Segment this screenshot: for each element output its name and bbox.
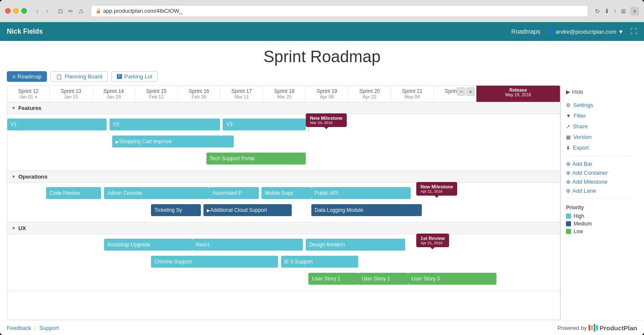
add-container-button[interactable]: ⊕ Add Container xyxy=(566,170,632,176)
lane-toggle-operations[interactable]: ▼ xyxy=(12,174,16,179)
sprint-header: Sprint 12Jan 01Sprint 13Jan 15Sprint 14J… xyxy=(7,86,560,102)
feedback-link[interactable]: Feedback xyxy=(7,325,31,331)
powered-by-text: Powered by xyxy=(557,325,587,331)
user-menu[interactable]: 👤 andre@productplan.com ▼ xyxy=(547,29,624,35)
lane-row: Bootstrap UpgradeReactDesign Iteration1s… xyxy=(7,237,560,252)
planning-tab-icon: 📋 xyxy=(56,74,62,80)
support-link[interactable]: Support xyxy=(39,325,59,331)
footer-separator: | xyxy=(35,325,36,331)
bar-data-logging-module[interactable]: Data Logging Module xyxy=(311,204,422,216)
browser-actions: ↻ ⬇ ↑ ⊞ + xyxy=(595,7,639,15)
maximize-button[interactable] xyxy=(21,8,27,14)
bar-ticketing-sy[interactable]: Ticketing Sy xyxy=(151,204,201,216)
browser-extra-icons: ⊡ ✏ ⚠ xyxy=(58,8,84,14)
sprint-col-3: Sprint 15Feb 12 xyxy=(135,86,178,102)
url-bar[interactable]: 🔒 app.productplan.com/4IbCIOW_ xyxy=(91,5,588,17)
lane-toggle-ux[interactable]: ▼ xyxy=(12,226,16,231)
bar-ie-6-support[interactable]: IE 6 Support xyxy=(281,256,358,268)
refresh-icon[interactable]: ↻ xyxy=(595,8,600,14)
panel-divider-1 xyxy=(566,156,632,156)
share-item[interactable]: ↗ Share xyxy=(566,122,632,130)
close-button[interactable] xyxy=(5,8,11,14)
hide-panel-button[interactable]: ▶ Hide xyxy=(566,89,632,95)
filter-item[interactable]: ▼ Filter xyxy=(566,112,632,120)
plus-icon-2: ⊕ xyxy=(566,170,571,176)
sprint-col-5: Sprint 17Mar 11 xyxy=(220,86,263,102)
share-icon[interactable]: ↑ xyxy=(614,8,617,14)
timeline-container: − + Sprint 12Jan 01Sprint 13Jan 15Sprint… xyxy=(7,85,560,320)
app: Nick Fields Roadmaps 👤 andre@productplan… xyxy=(0,22,644,335)
tab-parking-lot[interactable]: 🅿 Parking Lot xyxy=(111,71,158,82)
priority-title: Priority xyxy=(566,205,632,211)
bar-v3[interactable]: V3 xyxy=(223,118,305,130)
zoom-in-button[interactable]: + xyxy=(466,87,475,96)
export-label: Export xyxy=(573,144,589,151)
zoom-out-button[interactable]: − xyxy=(457,87,465,96)
bar-react[interactable]: React xyxy=(192,239,303,251)
chevron-right-icon: ▶ xyxy=(566,89,570,95)
filter-label: Filter xyxy=(574,113,586,119)
bar-admin-console[interactable]: Admin Console xyxy=(104,187,209,199)
release-date: May 19, 2016 xyxy=(480,92,557,97)
lane-features: ▼FeaturesV1V2V3New MilestoneMar 24, 2016… xyxy=(7,102,560,171)
roadmaps-link[interactable]: Roadmaps xyxy=(511,28,540,35)
back-button[interactable]: ‹ xyxy=(34,6,41,16)
bar-v2[interactable]: V2 xyxy=(110,118,220,130)
lock-icon: 🔒 xyxy=(96,8,102,14)
bar-shopping-cart-improve[interactable]: ▶ Shopping Cart Improve xyxy=(112,136,234,147)
tab-planning-board[interactable]: 📋 Planning Board xyxy=(50,71,108,82)
lane-toggle-features[interactable]: ▼ xyxy=(12,106,16,110)
bar-design-iteration[interactable]: Design Iteration xyxy=(306,239,405,251)
lane-rows-features: V1V2V3New MilestoneMar 24, 2016▶ Shoppin… xyxy=(7,114,560,170)
lane-row: Chrome SupportIE 6 Support xyxy=(7,254,560,269)
bar-chrome-support[interactable]: Chrome Support xyxy=(151,256,278,268)
fullscreen-button[interactable]: ⛶ xyxy=(630,28,637,35)
sprint-col-2: Sprint 14Jan 29 xyxy=(93,86,135,102)
tabs-icon[interactable]: ⊞ xyxy=(621,8,626,14)
minimize-button[interactable] xyxy=(13,8,19,14)
edit-icon: ✏ xyxy=(68,8,73,14)
forward-button[interactable]: › xyxy=(44,6,51,16)
bar-user-story-1[interactable]: User Story 1 xyxy=(308,273,358,285)
lane-row: Code ReviewAdmin ConsoleAutomated PMobil… xyxy=(7,185,560,201)
rows-container: ▼FeaturesV1V2V3New MilestoneMar 24, 2016… xyxy=(7,102,560,320)
bar-v1[interactable]: V1 xyxy=(7,118,107,130)
bar-automated-p[interactable]: Automated P xyxy=(209,187,259,199)
bar-tech-support-portal[interactable]: Tech Support Portal xyxy=(206,153,306,165)
lane-header-operations: ▼Operations xyxy=(7,171,560,183)
lane-rows-ux: Bootstrap UpgradeReactDesign Iteration1s… xyxy=(7,234,560,291)
version-item[interactable]: ▦ Version xyxy=(566,133,632,141)
add-milestone-button[interactable]: ⊕ Add Milestone xyxy=(566,179,632,185)
traffic-lights xyxy=(5,8,27,14)
milestone-operations: New MilestoneApr 21, 2016 xyxy=(416,182,457,196)
plus-icon-1: ⊕ xyxy=(566,161,571,167)
bar-additional-cloud-support[interactable]: ▶ Additional Cloud Support xyxy=(203,204,292,216)
productplan-logo: ProductPlan xyxy=(589,324,637,332)
bar-user-story-2[interactable]: User Story 2 xyxy=(358,273,408,285)
tab-parking-label: Parking Lot xyxy=(124,73,152,80)
settings-item[interactable]: ⚙ Settings xyxy=(566,101,632,109)
parking-tab-icon: 🅿 xyxy=(117,74,122,80)
add-bar-button[interactable]: ⊕ Add Bar xyxy=(566,161,632,167)
bar-code-review[interactable]: Code Review xyxy=(46,187,102,199)
medium-dot xyxy=(566,221,571,226)
zoom-controls: − + xyxy=(457,87,475,96)
new-tab-button[interactable]: + xyxy=(630,7,639,15)
right-panel: ▶ Hide ⚙ Settings ▼ Filter ↗ Share xyxy=(560,85,637,320)
app-nav-right: Roadmaps 👤 andre@productplan.com ▼ ⛶ xyxy=(511,28,637,35)
footer: Feedback | Support Powered by ProductPla… xyxy=(0,320,644,335)
share-icon: ↗ xyxy=(566,124,570,130)
settings-icon: ⚙ xyxy=(566,102,571,108)
browser-titlebar: ‹ › ⊡ ✏ ⚠ 🔒 app.productplan.com/4IbCIOW_… xyxy=(0,0,644,22)
bar-mobile-supp[interactable]: Mobile Supp xyxy=(261,187,311,199)
lane-name-features: Features xyxy=(18,105,41,111)
add-lane-button[interactable]: ⊕ Add Lane xyxy=(566,188,632,194)
share-label: Share xyxy=(573,123,588,130)
bar-user-story-3[interactable]: User Story 3 xyxy=(408,273,496,285)
sprint-col-4: Sprint 16Feb 26 xyxy=(178,86,220,102)
bar-public-api[interactable]: Public API xyxy=(311,187,411,199)
download-icon[interactable]: ⬇ xyxy=(604,8,609,14)
bar-bootstrap-upgrade[interactable]: Bootstrap Upgrade xyxy=(104,239,192,251)
tab-roadmap[interactable]: ≡ Roadmap xyxy=(7,71,47,82)
export-item[interactable]: ⬇ Export xyxy=(566,144,632,152)
